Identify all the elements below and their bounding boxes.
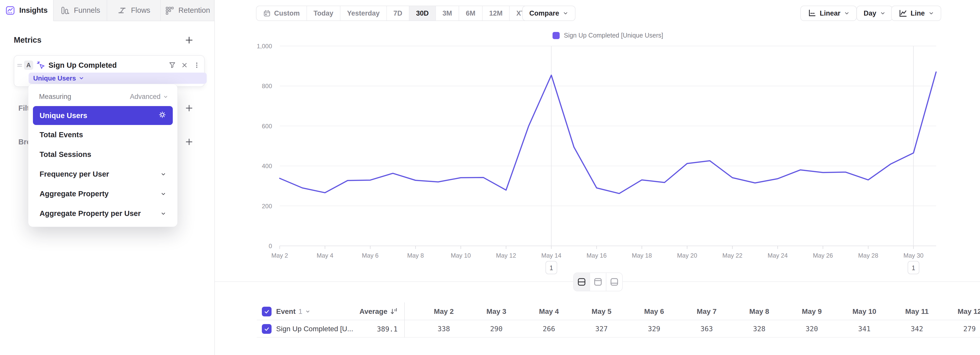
event-more-button[interactable] (192, 61, 201, 70)
column-header-may-7[interactable]: May 7 (680, 307, 733, 317)
interval-button[interactable]: Day (856, 6, 893, 21)
event-letter-badge: A (24, 61, 33, 70)
y-tick-label: 600 (262, 123, 272, 130)
x-tick-label: May 28 (858, 252, 878, 259)
chart-type-label: Line (911, 10, 925, 18)
gear-icon[interactable] (159, 111, 166, 120)
column-header-may-12[interactable]: May 12 (943, 307, 980, 317)
range-30d[interactable]: 30D (409, 6, 436, 21)
row-checkbox[interactable] (262, 324, 272, 334)
range-7d[interactable]: 7D (387, 6, 410, 21)
range-6m[interactable]: 6M (459, 6, 483, 21)
range-3m[interactable]: 3M (436, 6, 460, 21)
column-header-may-2[interactable]: May 2 (417, 307, 470, 317)
kebab-icon (193, 62, 200, 69)
average-column-header[interactable]: Average (327, 307, 398, 317)
filters-label: Filt (18, 104, 30, 112)
measure-option-total-events[interactable]: Total Events (33, 125, 173, 145)
insights-line-chart[interactable]: 02004006008001,000May 2May 4May 6May 8Ma… (215, 28, 980, 284)
column-header-may-6[interactable]: May 6 (628, 307, 680, 317)
measuring-label: Measuring (39, 93, 71, 101)
tab-funnels[interactable]: Funnels (54, 0, 107, 21)
measure-option-frequency-per-user[interactable]: Frequency per User (33, 164, 173, 184)
drag-handle-icon[interactable] (16, 62, 23, 69)
retention-icon (165, 6, 174, 15)
add-metric-button[interactable] (184, 35, 194, 45)
line-chart-icon (898, 9, 907, 18)
chart-only-view-button[interactable] (590, 273, 606, 291)
chart-only-view-icon (594, 278, 602, 286)
measure-option-aggregate-property[interactable]: Aggregate Property (33, 184, 173, 204)
tab-insights[interactable]: Insights (0, 0, 54, 21)
column-header-may-10[interactable]: May 10 (838, 307, 891, 317)
event-group-header[interactable]: Event 1 (276, 307, 310, 317)
table-only-view-button[interactable] (606, 273, 622, 291)
measuring-mode-value: Advanced (130, 93, 161, 101)
close-icon (181, 62, 188, 69)
chevron-down-icon (563, 11, 568, 16)
measure-option-label: Total Sessions (40, 150, 91, 159)
view-toggle-group (573, 272, 623, 291)
tab-retention[interactable]: Retention (161, 0, 215, 21)
measure-option-label: Aggregate Property per User (40, 209, 141, 218)
cell-may-4: 266 (523, 324, 575, 334)
axis-scale-icon (808, 9, 816, 18)
measured-as-pill[interactable]: Unique Users (29, 73, 207, 84)
measure-option-aggregate-property-per-user[interactable]: Aggregate Property per User (33, 204, 173, 223)
chart-type-button[interactable]: Line (891, 6, 941, 21)
event-card: A Sign Up Completed Unique Users (14, 55, 205, 87)
select-all-checkbox[interactable] (262, 307, 272, 317)
range-yesterday[interactable]: Yesterday (340, 6, 387, 21)
compare-button[interactable]: Compare (522, 6, 576, 21)
add-filter-button[interactable] (184, 103, 194, 113)
column-header-may-11[interactable]: May 11 (891, 307, 943, 317)
column-header-may-8[interactable]: May 8 (733, 307, 786, 317)
scale-button[interactable]: Linear (800, 6, 857, 21)
x-tick-label: May 18 (632, 252, 652, 259)
funnels-icon (60, 6, 70, 15)
range-today[interactable]: Today (307, 6, 341, 21)
x-tick-label: May 8 (407, 252, 424, 259)
x-tick-label: May 4 (317, 252, 333, 259)
annotation-badge-count: 1 (912, 264, 915, 272)
column-header-may-4[interactable]: May 4 (523, 307, 575, 317)
remove-event-button[interactable] (180, 61, 189, 70)
series-line[interactable] (280, 72, 936, 193)
range-12m[interactable]: 12M (483, 6, 510, 21)
measure-option-label: Total Events (40, 131, 83, 139)
cell-may-8: 328 (733, 324, 786, 334)
x-tick-label: May 10 (451, 252, 471, 259)
add-breakdown-button[interactable] (184, 137, 194, 147)
table-date-headers: May 2May 3May 4May 5May 6May 7May 8May 9… (417, 307, 980, 317)
event-pointer-icon (36, 61, 45, 70)
chevron-down-icon (163, 94, 168, 99)
check-icon (263, 326, 270, 332)
x-tick-label: May 2 (271, 252, 288, 259)
measuring-mode-select[interactable]: Advanced (130, 93, 168, 101)
range-label: 7D (393, 10, 402, 18)
tab-flows[interactable]: Flows (107, 0, 161, 21)
funnel-icon (168, 61, 177, 69)
row-average-value: 389.1 (327, 324, 398, 334)
column-header-may-5[interactable]: May 5 (575, 307, 628, 317)
plus-icon (185, 138, 193, 146)
range-custom[interactable]: Custom (256, 6, 307, 21)
cell-may-5: 327 (575, 324, 628, 334)
metrics-title: Metrics (14, 35, 41, 45)
filter-event-button[interactable] (168, 61, 177, 70)
column-header-may-9[interactable]: May 9 (786, 307, 838, 317)
measure-option-unique-users[interactable]: Unique Users (33, 106, 173, 125)
flows-icon (117, 6, 127, 15)
cell-may-12: 279 (943, 324, 980, 334)
range-label: 3M (442, 10, 452, 18)
event-title[interactable]: Sign Up Completed (48, 61, 164, 70)
chevron-down-icon (305, 309, 310, 314)
table-header-underline (257, 320, 980, 320)
split-view-button[interactable] (574, 273, 590, 291)
x-tick-label: May 26 (813, 252, 833, 259)
column-header-may-3[interactable]: May 3 (470, 307, 523, 317)
cell-may-10: 341 (838, 324, 891, 334)
measure-option-total-sessions[interactable]: Total Sessions (33, 145, 173, 164)
event-card-row: A Sign Up Completed (16, 58, 201, 72)
measure-option-label: Frequency per User (40, 170, 109, 178)
